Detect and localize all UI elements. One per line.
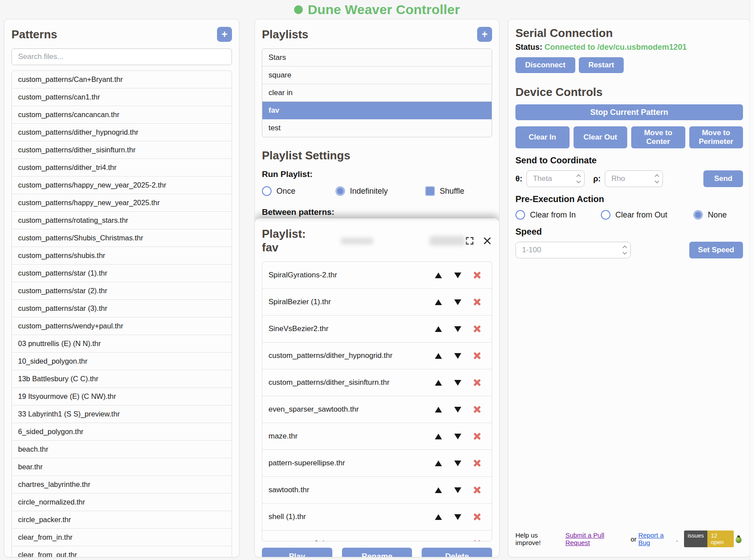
move-up-button[interactable] [432, 537, 445, 542]
playlist-pattern-row[interactable]: SineVsBezier2.thr [262, 316, 492, 343]
theta-input[interactable] [526, 170, 585, 187]
pattern-file-item[interactable]: custom_patterns/star (1).thr [12, 265, 232, 282]
remove-pattern-button[interactable] [471, 430, 484, 443]
move-down-button[interactable] [451, 457, 464, 470]
playlist-pattern-row[interactable]: shell (1).thr [262, 504, 492, 531]
pattern-file-item[interactable]: custom_patterns/star (3).thr [12, 300, 232, 317]
pattern-file-item[interactable]: clear_from_out.thr [12, 546, 232, 557]
move-to-center-button[interactable]: Move to Center [631, 126, 685, 148]
pattern-file-item[interactable]: custom_patterns/rotating_stars.thr [12, 212, 232, 229]
playlist-pattern-row[interactable]: SpiralBezier (1).thr [262, 289, 492, 316]
pattern-file-item[interactable]: custom_patterns/shubis.thr [12, 247, 232, 265]
pattern-file-item[interactable]: 6_sided_polygon.thr [12, 423, 232, 441]
remove-pattern-button[interactable] [471, 510, 484, 523]
playlist-pattern-row[interactable]: sawtooth.thr [262, 477, 492, 504]
pattern-file-item[interactable]: custom_patterns/dither_hypnogrid.thr [12, 124, 232, 141]
remove-pattern-button[interactable] [471, 457, 484, 470]
rho-input[interactable] [605, 170, 663, 187]
pattern-file-item[interactable]: circle_normalized.thr [12, 494, 232, 511]
move-up-button[interactable] [432, 483, 445, 497]
move-up-button[interactable] [432, 457, 445, 470]
stop-current-pattern-button[interactable]: Stop Current Pattern [515, 104, 743, 120]
rename-button[interactable]: Rename [342, 548, 412, 557]
playlist-pattern-row[interactable]: square_erase2.thr [262, 531, 492, 542]
remove-pattern-button[interactable] [471, 537, 484, 542]
move-down-button[interactable] [451, 295, 464, 309]
none-radio[interactable]: None [693, 210, 727, 220]
playlist-pattern-row[interactable]: maze.thr [262, 423, 492, 450]
pattern-file-item[interactable]: 03 pnuttrellis (E) (N N).thr [12, 335, 232, 353]
pattern-file-item[interactable]: clear_from_in.thr [12, 529, 232, 546]
pattern-file-item[interactable]: custom_patterns/cancancan.thr [12, 106, 232, 124]
pattern-file-item[interactable]: 10_sided_polygon.thr [12, 353, 232, 370]
remove-pattern-button[interactable] [471, 376, 484, 389]
remove-pattern-button[interactable] [471, 322, 484, 335]
pattern-file-item[interactable]: chartres_labyrinthe.thr [12, 476, 232, 494]
move-up-button[interactable] [432, 322, 445, 335]
pattern-file-item[interactable]: custom_patterns/happy_new_year_2025-2.th… [12, 177, 232, 194]
number-stepper-icon[interactable] [623, 247, 626, 254]
move-up-button[interactable] [432, 376, 445, 389]
move-down-button[interactable] [451, 483, 464, 497]
pattern-file-item[interactable]: custom_patterns/Can+Bryant.thr [12, 71, 232, 88]
remove-pattern-button[interactable] [471, 349, 484, 362]
delete-button[interactable]: Delete [422, 548, 492, 557]
disconnect-button[interactable]: Disconnect [515, 57, 575, 73]
page-scrollbar[interactable] [750, 0, 754, 560]
pattern-file-item[interactable]: custom_patterns/star (2).thr [12, 282, 232, 300]
pattern-file-item[interactable]: 33 Labyrinth1 (S S)_preview.thr [12, 405, 232, 423]
playlist-pattern-row[interactable]: even_sparser_sawtooth.thr [262, 396, 492, 423]
pattern-file-item[interactable]: custom_patterns/can1.thr [12, 88, 232, 106]
move-down-button[interactable] [451, 349, 464, 362]
close-icon[interactable] [482, 236, 492, 246]
pattern-file-item[interactable]: custom_patterns/dither_tri4.thr [12, 159, 232, 177]
move-up-button[interactable] [432, 269, 445, 282]
playlist-item[interactable]: clear in [262, 84, 492, 102]
move-down-button[interactable] [451, 376, 464, 389]
remove-pattern-button[interactable] [471, 483, 484, 497]
clear-from-in-radio[interactable]: Clear from In [515, 210, 601, 220]
remove-pattern-button[interactable] [471, 295, 484, 309]
remove-pattern-button[interactable] [471, 403, 484, 416]
shuffle-checkbox[interactable]: Shuffle [425, 186, 464, 196]
pattern-file-item[interactable]: beach.thr [12, 441, 232, 458]
report-bug-link[interactable]: Report a Bug [638, 531, 676, 546]
run-indefinitely-radio[interactable]: Indefinitely [335, 186, 425, 196]
move-down-button[interactable] [451, 430, 464, 443]
play-button[interactable]: Play [262, 548, 332, 557]
issues-badge[interactable]: issues 12 open [684, 531, 733, 547]
add-pattern-button[interactable]: + [217, 27, 232, 42]
set-speed-button[interactable]: Set Speed [689, 242, 743, 258]
pattern-file-item[interactable]: custom_patterns/dither_sisinfturn.thr [12, 141, 232, 159]
move-down-button[interactable] [451, 269, 464, 282]
number-stepper-icon[interactable] [577, 175, 580, 183]
clear-out-button[interactable]: Clear Out [574, 126, 628, 148]
move-down-button[interactable] [451, 510, 464, 523]
speed-input[interactable] [515, 242, 631, 258]
playlist-pattern-row[interactable]: custom_patterns/dither_sisinfturn.thr [262, 369, 492, 396]
move-up-button[interactable] [432, 295, 445, 309]
move-down-button[interactable] [451, 403, 464, 416]
restart-button[interactable]: Restart [579, 57, 624, 73]
remove-pattern-button[interactable] [471, 269, 484, 282]
move-up-button[interactable] [432, 403, 445, 416]
clear-from-out-radio[interactable]: Clear from Out [601, 210, 693, 220]
playlist-pattern-row[interactable]: pattern-superellipse.thr [262, 450, 492, 477]
add-playlist-button[interactable]: + [477, 27, 492, 42]
pattern-file-item[interactable]: custom_patterns/wendy+paul.thr [12, 317, 232, 335]
search-input[interactable] [11, 48, 232, 65]
playlist-pattern-row[interactable]: custom_patterns/dither_hypnogrid.thr [262, 343, 492, 369]
clear-in-button[interactable]: Clear In [515, 126, 570, 148]
pattern-file-item[interactable]: circle_packer.thr [12, 511, 232, 529]
fullscreen-icon[interactable] [465, 236, 474, 246]
pull-request-link[interactable]: Submit a Pull Request [565, 531, 629, 546]
pattern-file-item[interactable]: custom_patterns/happy_new_year_2025.thr [12, 194, 232, 212]
move-down-button[interactable] [451, 322, 464, 335]
move-up-button[interactable] [432, 349, 445, 362]
send-button[interactable]: Send [703, 170, 743, 187]
pattern-file-item[interactable]: 13b Battlesbury (C C).thr [12, 370, 232, 388]
pattern-file-item[interactable]: bear.thr [12, 458, 232, 476]
playlist-item[interactable]: Stars [262, 49, 492, 66]
move-up-button[interactable] [432, 510, 445, 523]
pattern-file-item[interactable]: custom_patterns/Shubis_Christmas.thr [12, 229, 232, 247]
